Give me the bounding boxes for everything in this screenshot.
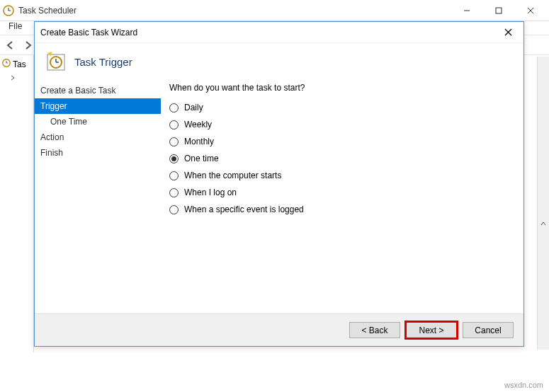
radio-monthly[interactable]: Monthly bbox=[169, 137, 515, 146]
watermark: wsxdn.com bbox=[504, 381, 543, 389]
dialog-body: Create a Basic Task Trigger One Time Act… bbox=[35, 83, 523, 309]
radio-icon bbox=[169, 154, 179, 163]
maximize-button[interactable] bbox=[482, 1, 514, 21]
scroll-arrow-icon[interactable] bbox=[539, 219, 548, 229]
scrollbar[interactable] bbox=[537, 57, 549, 350]
radio-label: Monthly bbox=[184, 137, 214, 146]
trigger-radiogroup: Daily Weekly Monthly One time When the c… bbox=[169, 103, 515, 214]
radio-icon bbox=[169, 137, 179, 146]
radio-log-on[interactable]: When I log on bbox=[169, 188, 515, 197]
radio-icon bbox=[169, 188, 179, 197]
cancel-button[interactable]: Cancel bbox=[463, 322, 514, 338]
menu-file[interactable]: File bbox=[4, 20, 26, 33]
nav-create-task[interactable]: Create a Basic Task bbox=[35, 83, 161, 98]
radio-icon bbox=[169, 120, 179, 129]
wizard-dialog: Create Basic Task Wizard Task Trigger Cr… bbox=[34, 21, 524, 347]
radio-label: One time bbox=[184, 154, 219, 163]
radio-label: Weekly bbox=[184, 120, 212, 129]
radio-label: When the computer starts bbox=[184, 171, 281, 180]
back-arrow-icon[interactable] bbox=[3, 38, 18, 53]
app-titlebar: Task Scheduler bbox=[0, 0, 549, 21]
wizard-content: When do you want the task to start? Dail… bbox=[161, 83, 523, 309]
chevron-right-icon bbox=[10, 73, 16, 83]
radio-icon bbox=[169, 171, 179, 180]
nav-trigger[interactable]: Trigger bbox=[35, 98, 161, 114]
svg-rect-4 bbox=[496, 8, 502, 13]
dialog-footer: < Back Next > Cancel bbox=[35, 313, 523, 346]
nav-action[interactable]: Action bbox=[35, 129, 161, 145]
wizard-page-title: Task Trigger bbox=[74, 56, 132, 68]
dialog-close-button[interactable] bbox=[498, 23, 518, 42]
dialog-titlebar: Create Basic Task Wizard bbox=[35, 22, 523, 43]
back-button[interactable]: < Back bbox=[349, 322, 400, 338]
radio-label: Daily bbox=[184, 103, 203, 113]
next-button[interactable]: Next > bbox=[406, 322, 457, 338]
radio-weekly[interactable]: Weekly bbox=[169, 120, 515, 129]
clock-icon bbox=[1, 58, 11, 70]
nav-finish[interactable]: Finish bbox=[35, 145, 161, 161]
app-title: Task Scheduler bbox=[18, 6, 451, 16]
tree-panel: Tas bbox=[0, 55, 34, 352]
radio-icon bbox=[169, 205, 179, 214]
close-button[interactable] bbox=[514, 1, 546, 21]
radio-specific-event[interactable]: When a specific event is logged bbox=[169, 204, 515, 214]
clock-icon bbox=[3, 5, 14, 16]
radio-icon bbox=[169, 103, 179, 113]
trigger-question: When do you want the task to start? bbox=[169, 83, 515, 93]
forward-arrow-icon[interactable] bbox=[20, 38, 35, 53]
tree-root-label: Tas bbox=[13, 59, 26, 69]
nav-one-time[interactable]: One Time bbox=[35, 114, 161, 129]
tree-root-item[interactable]: Tas bbox=[1, 58, 32, 70]
minimize-button[interactable] bbox=[451, 1, 482, 21]
dialog-header: Task Trigger bbox=[35, 43, 523, 83]
wizard-nav: Create a Basic Task Trigger One Time Act… bbox=[35, 83, 161, 309]
radio-label: When I log on bbox=[184, 188, 237, 197]
tree-expand[interactable] bbox=[1, 73, 32, 83]
radio-one-time[interactable]: One time bbox=[169, 154, 515, 163]
wizard-clock-icon bbox=[45, 50, 67, 73]
radio-label: When a specific event is logged bbox=[184, 204, 304, 214]
radio-computer-starts[interactable]: When the computer starts bbox=[169, 171, 515, 180]
radio-daily[interactable]: Daily bbox=[169, 103, 515, 113]
dialog-window-title: Create Basic Task Wizard bbox=[40, 28, 498, 38]
